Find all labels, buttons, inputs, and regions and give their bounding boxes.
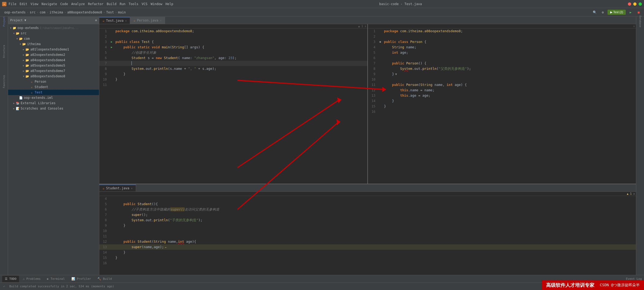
menu-refactor[interactable]: Refactor xyxy=(88,2,104,6)
menu-vcs[interactable]: VCS xyxy=(142,2,148,6)
breadcrumb-itheima[interactable]: itheima xyxy=(50,10,63,14)
tree-oop-extends[interactable]: ▼ 📁 oop-extends C:\Users\moon\IdeaPro... xyxy=(8,25,99,31)
tree-iml[interactable]: 📄 oop-extends.iml xyxy=(8,95,99,100)
tree-external-libraries[interactable]: ▶ 📚 External Libraries xyxy=(8,100,99,106)
tab-person-label: Person.java xyxy=(137,19,158,22)
title-bar-left: ☕ File Edit View Navigate Code Analyze R… xyxy=(2,2,173,6)
bottom-tab-build[interactable]: 🔨 Build xyxy=(95,276,115,282)
menu-file[interactable]: File xyxy=(9,2,16,6)
tree-src[interactable]: ▼ 📂 src xyxy=(8,31,99,36)
structure-sidebar-label[interactable]: Structure xyxy=(1,49,7,54)
student-line-12: 12 public Student(String name,int age){ xyxy=(99,239,636,244)
tab-student-icon: ☕ xyxy=(103,186,104,190)
tree-demo1[interactable]: ▶ 📂 a01loopenxtendsdemo1 xyxy=(8,47,99,52)
person-java-code[interactable]: 1 package com.itheima.a08oopextendsdemo8… xyxy=(368,28,636,184)
module-icon: 📁 xyxy=(12,26,17,30)
project-panel: Project ▼ ⚙ ▼ 📁 oop-extends C:\Users\moo… xyxy=(8,17,99,275)
menu-window[interactable]: Window xyxy=(151,2,162,6)
breadcrumb-demo[interactable]: a08oopextendsdemo8 xyxy=(67,10,102,14)
test-line-8: 8 System.out.println(s.name + ", " + s.a… xyxy=(99,66,367,71)
database-sidebar-label[interactable]: Database xyxy=(638,19,643,24)
tab-student-close[interactable]: × xyxy=(131,187,133,190)
menu-help[interactable]: Help xyxy=(166,2,173,6)
tree-com[interactable]: ▼ 📂 com xyxy=(8,36,99,41)
person-line-10: 10 xyxy=(368,77,636,82)
favorites-sidebar-label[interactable]: Favorites xyxy=(1,79,7,84)
test-line-2: 2 xyxy=(99,34,367,39)
menu-bar[interactable]: File Edit View Navigate Code Analyze Ref… xyxy=(9,2,173,6)
student-line-11: 11 xyxy=(99,234,636,239)
bottom-tab-problems[interactable]: ⚠ Problems xyxy=(20,276,43,282)
window-title: basic-code - Test.java xyxy=(379,2,422,6)
tree-demo7[interactable]: ▶ 📂 a07oopextendsdemo7 xyxy=(8,68,99,74)
tab-student-java[interactable]: ☕ Student.java × xyxy=(99,184,136,191)
menu-navigate[interactable]: Navigate xyxy=(42,2,57,6)
tree-person[interactable]: ☕ Person xyxy=(8,79,99,84)
person-line-5: 5 int age; xyxy=(368,50,636,55)
breadcrumb-main[interactable]: main xyxy=(118,10,126,14)
bottom-tab-profiler[interactable]: 📊 Profiler xyxy=(69,276,94,282)
menu-view[interactable]: View xyxy=(31,2,38,6)
menu-code[interactable]: Code xyxy=(60,2,68,6)
tab-person-close[interactable]: × xyxy=(160,19,162,22)
tree-itheima[interactable]: ▼ 📂 itheima xyxy=(8,41,99,47)
person-java-editor: ∧ 1 package com.itheima.a08oopextendsdem… xyxy=(368,24,636,184)
debug-btn[interactable]: ▶ xyxy=(627,9,634,16)
test-line-3: 3 ▶ public class Test { xyxy=(99,39,367,45)
tree-demo5[interactable]: ▶ 📂 a05oopextendsdemo5 xyxy=(8,63,99,68)
test-java-code[interactable]: ▲ 1 ∧ 1 package com.itheima.a08oopextend… xyxy=(99,24,367,184)
tree-demo2[interactable]: ▶ 📂 a02oopextendsdemo2 xyxy=(8,52,99,57)
tree-demo4[interactable]: ▶ 📂 a04oopextendsdemo4 xyxy=(8,57,99,63)
window-controls[interactable] xyxy=(628,2,642,6)
menu-run[interactable]: Run xyxy=(120,2,126,6)
tree-scratches[interactable]: ▶ 📝 Scratches and Consoles xyxy=(8,106,99,111)
panel-settings-icon[interactable]: ⚙ xyxy=(95,19,97,22)
tab-person-java[interactable]: ☕ Person.java × xyxy=(130,17,165,24)
run-gutter-icon2[interactable]: ▶ xyxy=(111,45,112,50)
menu-analyze[interactable]: Analyze xyxy=(71,2,85,6)
person-line-14: 14 } xyxy=(368,98,636,104)
breadcrumb-test[interactable]: Test xyxy=(106,10,114,14)
expand-arrow: ▼ xyxy=(9,26,12,30)
tree-student[interactable]: ☕ Student xyxy=(8,84,99,90)
student-line-16: 16 xyxy=(99,260,636,266)
person-line-12: 12 this.name = name; xyxy=(368,88,636,93)
run-gutter-icon[interactable]: ▶ xyxy=(111,39,112,45)
title-bar: ☕ File Edit View Navigate Code Analyze R… xyxy=(0,0,644,8)
branding-text2: CSDN @つ微凉徒晖朵半 xyxy=(600,283,640,288)
bottom-tab-terminal[interactable]: ▶ Terminal xyxy=(44,276,67,282)
breadcrumb-com[interactable]: com xyxy=(40,10,46,14)
tree-test[interactable]: ☕ Test xyxy=(8,90,99,95)
breadcrumb: oop-extends › src › com › itheima › a08o… xyxy=(4,10,126,14)
branding-text1: 高级软件人才培训专家 xyxy=(546,282,594,288)
person-line-2: 2 xyxy=(368,34,636,39)
person-line-8: 8 System.out.println("父类的无参构造"); xyxy=(368,66,636,71)
minimize-button[interactable] xyxy=(633,2,636,6)
person-line-9: 9 }▼ xyxy=(368,71,636,77)
tree-demo8[interactable]: ▼ 📂 a08oopextendsdemo8 xyxy=(8,74,99,79)
breadcrumb-src[interactable]: src xyxy=(30,10,36,14)
student-tab-bar: ☕ Student.java × xyxy=(99,184,636,192)
bottom-tab-todo[interactable]: ☰ TODO xyxy=(2,276,19,282)
app-icon: ☕ xyxy=(2,2,6,6)
menu-edit[interactable]: Edit xyxy=(20,2,27,6)
settings-btn[interactable]: ⚙ xyxy=(599,9,606,16)
search-btn[interactable]: 🔍 xyxy=(591,9,598,16)
menu-tools[interactable]: Tools xyxy=(129,2,138,6)
stop-btn[interactable]: ■ xyxy=(635,9,642,16)
run-button[interactable]: ▶ Test (2) xyxy=(608,10,626,15)
menu-build[interactable]: Build xyxy=(107,2,116,6)
student-line-9: 9 } xyxy=(99,223,636,228)
maximize-button[interactable] xyxy=(639,2,642,6)
tab-test-close[interactable]: × xyxy=(125,19,127,22)
test-line-5: 5 //创建学生对象 xyxy=(99,50,367,55)
person-line-15: 15 } xyxy=(368,104,636,109)
test-line-10: 10 } xyxy=(99,77,367,82)
project-sidebar-label[interactable]: Project xyxy=(1,19,7,24)
student-java-code[interactable]: ▲ 1 ∧ 4 5 public Student(){ 6 //子类构造方法中 xyxy=(99,192,636,275)
person-line-16: 16 xyxy=(368,109,636,114)
tab-student-label: Student.java xyxy=(106,186,129,190)
close-button[interactable] xyxy=(628,2,631,6)
breadcrumb-oop-extends[interactable]: oop-extends xyxy=(4,10,25,14)
tab-test-java[interactable]: ☕ Test.java × xyxy=(99,17,130,24)
